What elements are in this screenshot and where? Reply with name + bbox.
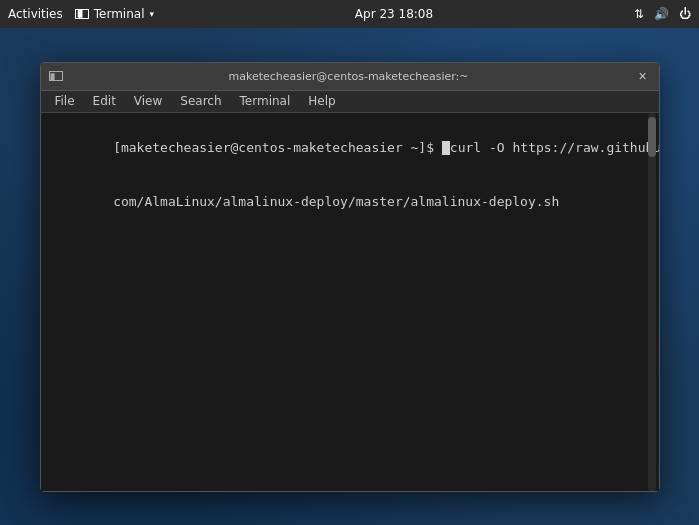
terminal-scrollbar[interactable]: [647, 113, 657, 491]
power-icon[interactable]: ⏻: [679, 7, 691, 21]
window-title: maketecheasier@centos-maketecheasier:~: [63, 70, 635, 83]
topbar: Activities ▉ Terminal ▾ Apr 23 18:08 ⇅ 🔊…: [0, 0, 699, 28]
desktop: ▉ maketecheasier@centos-maketecheasier:~…: [0, 28, 699, 525]
activities-button[interactable]: Activities: [8, 7, 63, 21]
terminal-taskbar-icon: ▉: [75, 9, 89, 19]
window-close-button[interactable]: ×: [635, 68, 651, 84]
volume-icon[interactable]: 🔊: [654, 7, 669, 21]
menu-search[interactable]: Search: [172, 92, 229, 110]
terminal-prompt: [maketecheasier@centos-maketecheasier ~]…: [113, 140, 442, 155]
terminal-line-1: [maketecheasier@centos-maketecheasier ~]…: [51, 121, 649, 176]
terminal-content[interactable]: [maketecheasier@centos-maketecheasier ~]…: [41, 113, 659, 491]
terminal-taskbar-label: Terminal: [94, 7, 145, 21]
scrollbar-track: [648, 113, 656, 491]
menu-file[interactable]: File: [47, 92, 83, 110]
terminal-command-part2: com/AlmaLinux/almalinux-deploy/master/al…: [113, 194, 559, 209]
menu-help[interactable]: Help: [300, 92, 343, 110]
terminal-window: ▉ maketecheasier@centos-maketecheasier:~…: [40, 62, 660, 492]
terminal-dropdown-arrow-icon: ▾: [149, 9, 154, 19]
menu-edit[interactable]: Edit: [85, 92, 124, 110]
topbar-datetime: Apr 23 18:08: [355, 7, 433, 21]
titlebar-left: ▉: [49, 71, 63, 81]
terminal-titlebar: ▉ maketecheasier@centos-maketecheasier:~…: [41, 63, 659, 91]
terminal-window-icon: ▉: [49, 71, 63, 81]
terminal-taskbar-button[interactable]: ▉ Terminal ▾: [75, 7, 154, 21]
menu-terminal[interactable]: Terminal: [232, 92, 299, 110]
terminal-cursor: [442, 141, 450, 155]
scrollbar-thumb[interactable]: [648, 117, 656, 157]
terminal-command-part1: curl -O https://raw.githubusercontent.: [450, 140, 659, 155]
terminal-menubar: File Edit View Search Terminal Help: [41, 91, 659, 113]
menu-view[interactable]: View: [126, 92, 170, 110]
terminal-line-2: com/AlmaLinux/almalinux-deploy/master/al…: [51, 175, 649, 230]
network-icon[interactable]: ⇅: [634, 7, 644, 21]
topbar-tray: ⇅ 🔊 ⏻: [634, 7, 691, 21]
topbar-left: Activities ▉ Terminal ▾: [8, 7, 154, 21]
